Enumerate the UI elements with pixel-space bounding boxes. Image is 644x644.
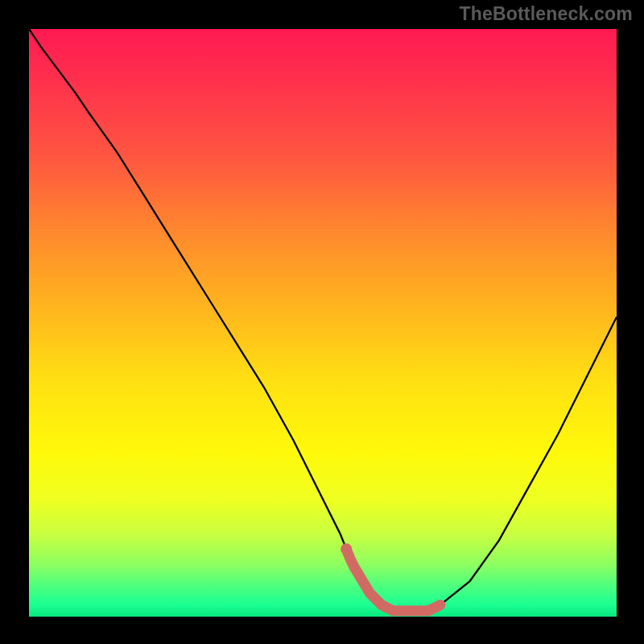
highlight-dot [341,543,352,555]
plot-area [29,29,617,617]
highlight-path [346,549,440,611]
sweet-spot-highlight [341,543,440,611]
bottleneck-curve [29,29,617,611]
chart-svg [29,29,617,617]
watermark-text: TheBottleneck.com [459,3,633,25]
chart-container: TheBottleneck.com [0,0,644,644]
curve-group [29,29,617,611]
